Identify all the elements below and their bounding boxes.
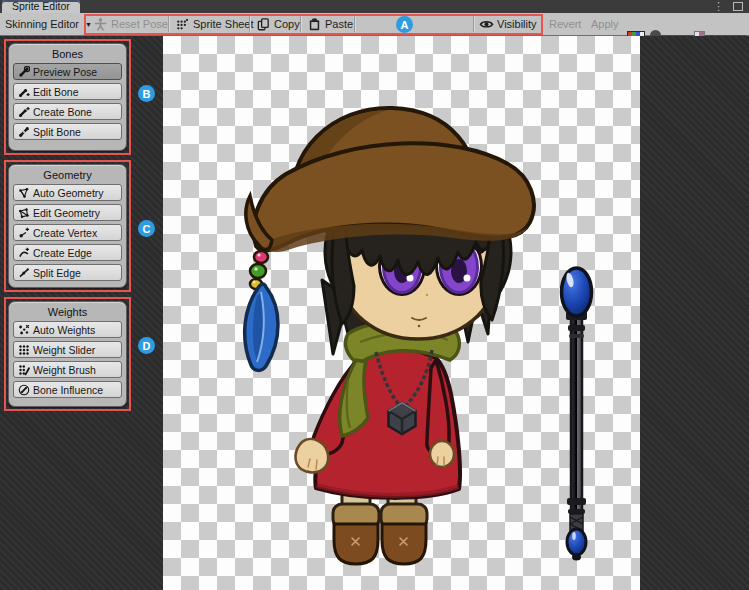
maximize-icon[interactable]	[733, 2, 743, 11]
toolbar: Skinning Editor ▼ Reset Pose	[0, 13, 749, 36]
skinning-editor-dropdown[interactable]: Skinning Editor ▼	[5, 13, 92, 35]
preview-pose-bone-icon	[18, 66, 30, 78]
revert-button[interactable]: Revert	[549, 13, 581, 35]
witch-hat	[246, 108, 534, 252]
create-bone-button[interactable]: Create Bone	[13, 103, 122, 120]
bone-influence-button[interactable]: Bone Influence	[13, 381, 122, 398]
create-edge-button[interactable]: Create Edge	[13, 244, 122, 261]
create-vertex-icon	[18, 227, 30, 239]
auto-weights-icon	[18, 324, 30, 336]
witch-character	[245, 108, 534, 564]
weight-brush-button[interactable]: Weight Brush	[13, 361, 122, 378]
split-bone-icon	[18, 126, 30, 138]
toolbar-separator	[473, 16, 474, 32]
auto-geometry-button[interactable]: Auto Geometry	[13, 184, 122, 201]
toolbar-separator	[168, 16, 169, 32]
character-sprite	[230, 80, 610, 580]
feather	[245, 284, 278, 370]
reset-pose-icon	[93, 17, 108, 32]
titlebar: Sprite Editor ⋮	[0, 0, 749, 13]
reset-pose-button[interactable]: Reset Pose	[93, 13, 168, 35]
create-bone-icon	[18, 106, 30, 118]
preview-pose-button[interactable]: Preview Pose	[13, 63, 122, 80]
toolbar-separator	[249, 16, 250, 32]
panel-geometry: Geometry Auto Geometry Edit Geometry Cre…	[8, 164, 127, 288]
panel-weights-title: Weights	[9, 305, 126, 321]
split-edge-icon	[18, 267, 30, 279]
panel-weights: Weights Auto Weights Weight Slider Weigh…	[8, 301, 127, 407]
bone-influence-icon	[18, 384, 30, 396]
create-edge-icon	[18, 247, 30, 259]
unity-cube-pendant	[389, 403, 416, 434]
edit-geometry-icon	[18, 207, 30, 219]
apply-button[interactable]: Apply	[591, 13, 619, 35]
auto-geometry-icon	[18, 187, 30, 199]
weight-slider-icon	[18, 344, 30, 356]
auto-weights-button[interactable]: Auto Weights	[13, 321, 122, 338]
chevron-down-icon: ▼	[85, 21, 92, 28]
sprite-sheet-button[interactable]: Sprite Sheet	[175, 13, 254, 35]
kebab-menu-icon[interactable]: ⋮	[713, 1, 724, 12]
create-vertex-button[interactable]: Create Vertex	[13, 224, 122, 241]
panel-bones: Bones Preview Pose Edit Bone Create Bone	[8, 43, 127, 151]
content: Bones Preview Pose Edit Bone Create Bone	[0, 36, 749, 590]
paste-button[interactable]: Paste	[307, 13, 353, 35]
edit-bone-button[interactable]: Edit Bone	[13, 83, 122, 100]
weight-slider-button[interactable]: Weight Slider	[13, 341, 122, 358]
right-empty-area	[640, 36, 749, 590]
copy-icon	[256, 17, 271, 32]
sprite-canvas[interactable]	[163, 36, 640, 590]
paste-icon	[307, 17, 322, 32]
weight-brush-icon	[18, 364, 30, 376]
sprite-editor-window: Sprite Editor ⋮ Skinning Editor ▼ Reset …	[0, 0, 749, 590]
copy-button[interactable]: Copy	[256, 13, 300, 35]
edit-bone-icon	[18, 86, 30, 98]
visibility-eye-icon	[479, 17, 494, 32]
split-edge-button[interactable]: Split Edge	[13, 264, 122, 281]
sprite-sheet-icon	[175, 17, 190, 32]
tab-sprite-editor[interactable]: Sprite Editor	[2, 0, 80, 13]
panel-bones-title: Bones	[9, 47, 126, 63]
edit-geometry-button[interactable]: Edit Geometry	[13, 204, 122, 221]
visibility-button[interactable]: Visibility	[479, 13, 537, 35]
toolbar-separator	[354, 16, 355, 32]
staff-sprite	[562, 268, 592, 561]
toolbar-separator	[300, 16, 301, 32]
split-bone-button[interactable]: Split Bone	[13, 123, 122, 140]
panel-geometry-title: Geometry	[9, 168, 126, 184]
